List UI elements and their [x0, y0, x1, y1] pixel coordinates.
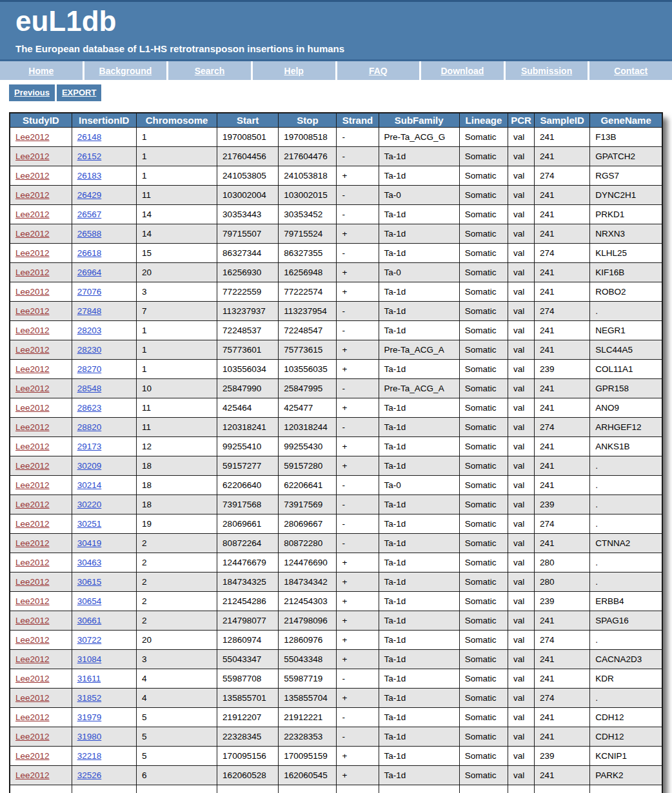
insertion-link[interactable]: 27076: [77, 287, 102, 297]
cell-start: 16256930: [217, 262, 279, 282]
study-link[interactable]: Lee2012: [15, 751, 50, 761]
study-link[interactable]: Lee2012: [15, 152, 50, 161]
study-link[interactable]: Lee2012: [15, 616, 50, 625]
insertion-link[interactable]: 28270: [77, 364, 102, 374]
results-table-wrap: StudyIDInsertionIDChromosomeStartStopStr…: [9, 112, 663, 793]
insertion-link[interactable]: 28623: [77, 403, 102, 413]
cell-stop: 77222574: [279, 282, 337, 301]
insertion-link[interactable]: 26567: [77, 210, 102, 219]
cell-lineage: Somatic: [459, 398, 508, 417]
study-link[interactable]: Lee2012: [15, 538, 50, 548]
nav-item-background[interactable]: Background: [84, 61, 167, 80]
study-link[interactable]: Lee2012: [15, 596, 50, 606]
insertion-link[interactable]: 30251: [77, 519, 102, 529]
insertion-link[interactable]: 30220: [77, 500, 102, 509]
study-link[interactable]: Lee2012: [15, 190, 50, 200]
nav-item-contact[interactable]: Contact: [589, 61, 672, 80]
cell-studyid: Lee2012: [10, 146, 72, 166]
study-link[interactable]: Lee2012: [15, 132, 50, 142]
insertion-link[interactable]: 31611: [77, 674, 101, 683]
study-link[interactable]: Lee2012: [15, 248, 50, 258]
insertion-link[interactable]: 30463: [77, 558, 102, 567]
cell-start: 99255410: [217, 436, 279, 456]
insertion-link[interactable]: 26148: [77, 132, 102, 142]
cell-studyid: Lee2012: [10, 765, 72, 785]
insertion-link[interactable]: 26964: [77, 268, 102, 277]
insertion-link[interactable]: 27848: [77, 306, 102, 316]
study-link[interactable]: Lee2012: [15, 210, 50, 219]
study-link[interactable]: Lee2012: [15, 558, 50, 567]
insertion-link[interactable]: 30209: [77, 461, 102, 471]
nav-item-faq[interactable]: FAQ: [337, 61, 420, 80]
cell-subfamily: Pre-Ta_ACG_A: [379, 340, 459, 359]
study-link[interactable]: Lee2012: [15, 268, 50, 277]
study-link[interactable]: Lee2012: [15, 345, 50, 355]
toolbar: PreviousEXPORT: [0, 80, 672, 112]
study-link[interactable]: Lee2012: [15, 712, 50, 722]
insertion-link[interactable]: 26588: [77, 229, 102, 239]
study-link[interactable]: Lee2012: [15, 171, 50, 181]
study-link[interactable]: Lee2012: [15, 770, 50, 780]
cell-genename: .: [590, 553, 662, 572]
study-link[interactable]: Lee2012: [15, 732, 50, 741]
study-link[interactable]: Lee2012: [15, 577, 50, 587]
study-link[interactable]: Lee2012: [15, 306, 50, 316]
study-link[interactable]: Lee2012: [15, 287, 50, 297]
study-link[interactable]: Lee2012: [15, 693, 50, 703]
insertion-link[interactable]: 26618: [77, 248, 102, 258]
insertion-link[interactable]: 30654: [77, 596, 102, 606]
study-link[interactable]: Lee2012: [15, 461, 50, 471]
study-link[interactable]: Lee2012: [15, 674, 50, 683]
nav-item-download[interactable]: Download: [421, 61, 504, 80]
study-link[interactable]: Lee2012: [15, 442, 50, 451]
insertion-link[interactable]: 29173: [77, 442, 102, 451]
cell-lineage: Somatic: [459, 436, 508, 456]
study-link[interactable]: Lee2012: [15, 422, 50, 432]
insertion-link[interactable]: 28548: [77, 384, 102, 393]
insertion-link[interactable]: 31980: [77, 732, 102, 741]
study-link[interactable]: Lee2012: [15, 384, 50, 393]
previous-button[interactable]: Previous: [9, 84, 55, 101]
table-row: Lee201228548102584799025847995-Pre-Ta_AC…: [10, 378, 662, 398]
study-link[interactable]: Lee2012: [15, 403, 50, 413]
cell-genename: COL11A1: [590, 359, 662, 378]
study-link[interactable]: Lee2012: [15, 364, 50, 374]
nav-item-home[interactable]: Home: [0, 61, 83, 80]
insertion-link[interactable]: 30615: [77, 577, 102, 587]
export-button[interactable]: EXPORT: [57, 84, 101, 101]
insertion-link[interactable]: 28820: [77, 422, 102, 432]
insertion-link[interactable]: 31084: [77, 654, 102, 664]
nav-item-search[interactable]: Search: [168, 61, 251, 80]
study-link[interactable]: Lee2012: [15, 229, 50, 239]
study-link[interactable]: Lee2012: [15, 519, 50, 529]
insertion-link[interactable]: 30722: [77, 635, 102, 645]
insertion-link[interactable]: 26429: [77, 190, 102, 200]
insertion-link[interactable]: 28203: [77, 326, 102, 335]
insertion-link[interactable]: 30661: [77, 616, 102, 625]
cell-subfamily: Ta-1d: [379, 669, 459, 688]
study-link[interactable]: Lee2012: [15, 326, 50, 335]
nav-item-submission[interactable]: Submission: [506, 61, 588, 80]
insertion-link[interactable]: 31852: [77, 693, 102, 703]
cell-strand: -: [337, 494, 379, 514]
cell-genename: CDH12: [590, 707, 662, 727]
study-link[interactable]: Lee2012: [15, 635, 50, 645]
insertion-link[interactable]: 28230: [77, 345, 102, 355]
study-link[interactable]: Lee2012: [15, 500, 50, 509]
insertion-link[interactable]: 31979: [77, 712, 102, 722]
cell-sampleid: 241: [535, 146, 590, 166]
insertion-link[interactable]: 32218: [77, 751, 102, 761]
cell-stop: 30353452: [279, 204, 337, 224]
cell-sampleid: 274: [535, 630, 590, 649]
nav-item-help[interactable]: Help: [253, 61, 335, 80]
insertion-link[interactable]: 26183: [77, 171, 102, 181]
insertion-link[interactable]: 32526: [77, 770, 102, 780]
cell-empty: [337, 785, 379, 793]
study-link[interactable]: Lee2012: [15, 654, 50, 664]
study-link[interactable]: Lee2012: [15, 480, 50, 490]
insertion-link[interactable]: 30419: [77, 538, 102, 548]
insertion-link[interactable]: 26152: [77, 152, 102, 161]
table-row-partial: [10, 785, 662, 793]
insertion-link[interactable]: 30214: [77, 480, 102, 490]
cell-lineage: Somatic: [459, 707, 508, 727]
